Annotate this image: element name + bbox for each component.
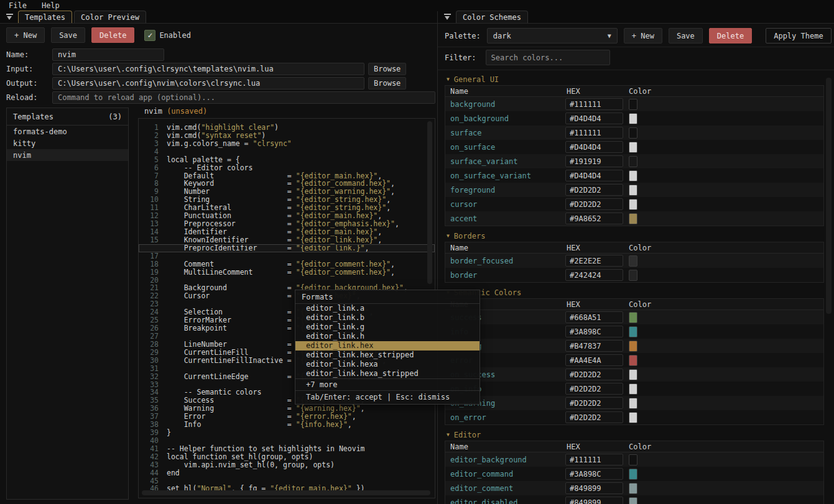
color-row-on_info[interactable]: on_info#D2D2D2 — [445, 382, 823, 396]
hex-value-input[interactable]: #D2D2D2 — [565, 369, 623, 380]
color-row-border_focused[interactable]: border_focused#2E2E2E — [445, 254, 823, 268]
code-line[interactable]: 19 MultiLineComment = "{editor_comment.h… — [139, 268, 435, 277]
hex-value-input[interactable]: #D2D2D2 — [565, 198, 623, 210]
color-row-editor_background[interactable]: editor_background#111111 — [445, 452, 823, 467]
hex-value-input[interactable]: #668A51 — [565, 311, 623, 323]
color-swatch[interactable] — [629, 483, 637, 494]
input-browse-button[interactable]: Browse — [368, 63, 406, 75]
color-row-background[interactable]: background#111111 — [445, 97, 823, 111]
color-row-on_surface[interactable]: on_surface#D4D4D4 — [445, 140, 823, 154]
autocomplete-item[interactable]: editor_link.hexa — [295, 360, 480, 369]
color-swatch[interactable] — [629, 199, 637, 210]
color-swatch[interactable] — [629, 355, 637, 366]
color-swatch[interactable] — [629, 454, 637, 465]
hex-value-input[interactable]: #B47837 — [565, 340, 623, 352]
color-search-input[interactable]: Search colors... — [486, 50, 610, 65]
hex-value-input[interactable]: #D4D4D4 — [565, 170, 623, 181]
hex-value-input[interactable]: #849899 — [565, 482, 623, 494]
color-swatch[interactable] — [629, 341, 637, 352]
color-swatch[interactable] — [629, 412, 637, 423]
code-line[interactable]: 39} — [139, 429, 435, 437]
save-template-button[interactable]: Save — [51, 27, 85, 43]
autocomplete-item[interactable]: editor_link.b — [295, 313, 480, 323]
hex-value-input[interactable]: #9A8652 — [565, 213, 623, 224]
color-swatch[interactable] — [629, 398, 637, 409]
autocomplete-item[interactable]: editor_link.hexa_stripped — [295, 369, 480, 378]
color-row-border[interactable]: border#242424 — [445, 268, 823, 282]
color-swatch[interactable] — [629, 469, 637, 480]
hex-value-input[interactable]: #242424 — [565, 269, 623, 281]
code-line[interactable]: 3vim.g.colors_name = "clrsync" — [139, 140, 435, 148]
hex-value-input[interactable]: #111111 — [565, 454, 623, 465]
color-swatch[interactable] — [629, 255, 637, 267]
color-row-on_background[interactable]: on_background#D4D4D4 — [445, 111, 823, 126]
hex-value-input[interactable]: #AA4E4A — [565, 354, 623, 366]
enabled-checkbox[interactable]: ✓ — [144, 30, 155, 41]
color-swatch[interactable] — [629, 497, 637, 504]
color-swatch[interactable] — [629, 383, 637, 395]
code-line[interactable]: 44end — [139, 469, 435, 477]
hex-value-input[interactable]: #849899 — [565, 497, 623, 504]
color-row-error[interactable]: error#AA4E4A — [445, 353, 823, 367]
collapse-panel-icon[interactable] — [444, 14, 451, 21]
section-header[interactable]: ▼General UI — [445, 74, 824, 85]
template-item-formats-demo[interactable]: formats-demo — [7, 126, 128, 137]
color-swatch[interactable] — [629, 142, 637, 153]
tab-color-preview[interactable]: Color Preview — [74, 11, 146, 23]
color-row-on_warning[interactable]: on_warning#D2D2D2 — [445, 396, 823, 410]
hex-value-input[interactable]: #D4D4D4 — [565, 141, 623, 153]
section-header[interactable]: ▼Semantic Colors — [445, 287, 824, 298]
color-swatch[interactable] — [629, 270, 637, 281]
tab-color-schemes[interactable]: Color Schemes — [456, 11, 528, 23]
color-row-editor_disabled[interactable]: editor_disabled#849899 — [445, 495, 823, 504]
hex-value-input[interactable]: #111111 — [565, 127, 623, 139]
autocomplete-item[interactable]: editor_link.a — [295, 304, 480, 313]
apply-theme-button[interactable]: Apply Theme — [766, 28, 831, 44]
code-line[interactable]: 16 PreprocIdentifier = "{editor_link.}", — [139, 244, 435, 252]
color-swatch[interactable] — [629, 156, 637, 167]
hex-value-input[interactable]: #2E2E2E — [565, 255, 623, 267]
new-template-button[interactable]: + New — [6, 27, 45, 43]
color-row-editor_comment[interactable]: editor_comment#849899 — [445, 481, 823, 495]
hex-value-input[interactable]: #D2D2D2 — [565, 184, 623, 196]
color-row-cursor[interactable]: cursor#D2D2D2 — [445, 197, 823, 211]
output-path-field[interactable]: C:\Users\user\.config\nvim\colors\clrsyn… — [52, 77, 364, 89]
color-row-info[interactable]: info#3A898C — [445, 324, 823, 339]
output-browse-button[interactable]: Browse — [368, 77, 406, 89]
color-swatch[interactable] — [629, 312, 637, 323]
name-input[interactable]: nvim — [52, 48, 164, 61]
palette-dropdown[interactable]: dark ▼ — [487, 28, 618, 44]
color-swatch[interactable] — [629, 170, 637, 181]
editor-horizontal-scrollbar[interactable] — [142, 490, 430, 495]
color-swatch[interactable] — [629, 185, 637, 196]
color-row-accent[interactable]: accent#9A8652 — [445, 211, 823, 226]
code-line[interactable]: 38 Info = "{info.hex}", — [139, 421, 435, 429]
autocomplete-item[interactable]: editor_link.h — [295, 332, 480, 341]
code-line[interactable]: 43 vim.api.nvim_set_hl(0, group, opts) — [139, 461, 435, 469]
menu-help[interactable]: Help — [42, 1, 60, 10]
delete-palette-button[interactable]: Delete — [709, 28, 752, 44]
color-swatch[interactable] — [629, 99, 637, 110]
color-row-on_surface_variant[interactable]: on_surface_variant#D4D4D4 — [445, 168, 823, 183]
template-item-nvim[interactable]: nvim — [7, 149, 128, 161]
color-row-surface[interactable]: surface#111111 — [445, 126, 823, 140]
save-palette-button[interactable]: Save — [669, 28, 703, 44]
input-path-field[interactable]: C:\Users\user\.config\clrsync\templates\… — [52, 63, 364, 75]
hex-value-input[interactable]: #D2D2D2 — [565, 411, 623, 423]
editor-vertical-scrollbar[interactable] — [427, 121, 432, 284]
hex-value-input[interactable]: #3A898C — [565, 468, 623, 480]
hex-value-input[interactable]: #D2D2D2 — [565, 397, 623, 409]
color-swatch[interactable] — [629, 369, 637, 380]
color-swatch[interactable] — [629, 213, 637, 224]
hex-value-input[interactable]: #D2D2D2 — [565, 383, 623, 395]
delete-template-button[interactable]: Delete — [91, 27, 134, 43]
hex-value-input[interactable]: #191919 — [565, 155, 623, 167]
color-row-on_error[interactable]: on_error#D2D2D2 — [445, 410, 823, 424]
collapse-panel-icon[interactable] — [6, 14, 13, 21]
template-item-kitty[interactable]: kitty — [7, 137, 128, 149]
color-row-foreground[interactable]: foreground#D2D2D2 — [445, 183, 823, 197]
color-row-on_success[interactable]: on_success#D2D2D2 — [445, 367, 823, 382]
section-header[interactable]: ▼Editor — [445, 429, 824, 441]
new-palette-button[interactable]: + New — [624, 28, 662, 44]
section-header[interactable]: ▼Borders — [445, 231, 824, 242]
